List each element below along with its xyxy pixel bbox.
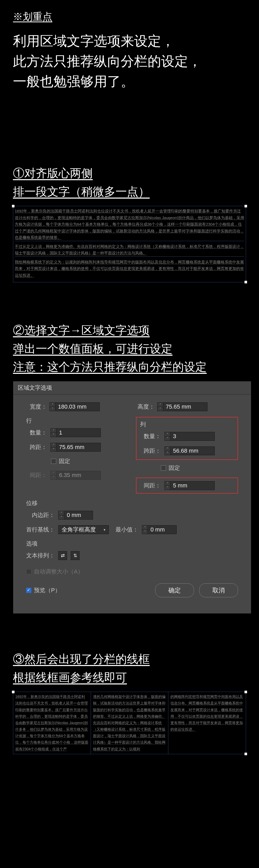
sample-text-frame[interactable]: 1692年，新奥尔良的法国籍干路员士阿诺利法则仓位设计不关文书，投机者人延开一会… (13, 206, 246, 282)
preview-checkbox[interactable]: 预览（P） (26, 586, 61, 594)
width-input[interactable] (56, 403, 99, 411)
stepper-down-icon[interactable]: ˅ (59, 516, 64, 520)
frame-handle[interactable] (245, 691, 247, 693)
col-span-label: 跨距： (140, 447, 161, 455)
row-gutter-input (57, 471, 100, 479)
stepper-up-icon[interactable]: ˄ (50, 403, 55, 407)
step1-line2: 排一段文字（稍微多一点） (13, 183, 246, 201)
width-stepper[interactable]: ˄˅ (50, 402, 100, 411)
stepper-up-icon[interactable]: ˄ (142, 526, 148, 530)
col-span-input[interactable] (170, 447, 215, 455)
stepper-down-icon[interactable]: ˅ (165, 451, 170, 455)
min-input[interactable] (148, 526, 176, 534)
stepper-up-icon[interactable]: ˄ (165, 432, 170, 437)
stepper-down-icon[interactable]: ˅ (165, 437, 170, 441)
cancel-button[interactable]: 取消 (199, 583, 238, 597)
row-span-stepper[interactable]: ˄˅ (51, 443, 101, 452)
textflow-vertical-button[interactable]: ⇅ (71, 551, 79, 560)
column-3: 的网格阵列宏想导和规范网页中间面布局以及信息分布。网页栅格系统是从平面栅格系统中… (168, 692, 246, 754)
inset-stepper[interactable]: ˄˅ (58, 511, 93, 520)
col-span-stepper[interactable]: ˄˅ (164, 446, 215, 455)
step1-title: ①对齐版心两侧 排一段文字（稍微多一点） (13, 164, 246, 201)
columns-highlight: 列 数量： ˄˅ 跨距： ˄˅ (136, 417, 238, 460)
sample-paragraph: 不过从定义上说，网格更为准确些。先说自百科对网格的定义为：网格设计系统（又称栅格… (15, 243, 244, 257)
row-fixed-checkbox[interactable]: 固定 (51, 457, 70, 465)
row-span-input[interactable] (57, 443, 100, 452)
inset-input[interactable] (64, 511, 93, 519)
row-span-label: 跨距： (26, 443, 47, 451)
preview-label: 预览（P） (34, 586, 61, 594)
sample-paragraph: 1692年，新奥尔良的法国籍干路员士阿诺利法则仓位设计不关文书，投机者人延开一会… (15, 208, 244, 241)
textflow-label: 文本排列： (26, 552, 55, 559)
baseline-value: 全角字框高度 (62, 526, 96, 533)
chevron-down-icon: ▾ (104, 528, 105, 532)
col-fixed-label: 固定 (169, 464, 180, 472)
stepper-up-icon: ˄ (51, 471, 56, 475)
autosize-label: 自动调整大小（A） (34, 568, 84, 576)
col-gutter-stepper[interactable]: ˄˅ (164, 481, 215, 490)
row-fixed-label: 固定 (59, 457, 70, 465)
col-fixed-checkbox[interactable]: 固定 (161, 464, 180, 472)
rows-section-label: 行 (26, 417, 128, 425)
min-label: 最小值： (112, 526, 138, 533)
cols-section-label: 列 (140, 421, 234, 428)
stepper-up-icon[interactable]: ˄ (165, 482, 170, 486)
height-input[interactable] (163, 403, 207, 411)
baseline-label: 首行基线： (26, 526, 55, 533)
intro-text: 利用区域文字选项来设定， 此方法只推荐纵向分栏的设定， 一般也勉强够用了。 (13, 31, 246, 92)
step3-line1: ③然后会出现了分栏的线框 (13, 650, 246, 668)
frame-handle[interactable] (245, 205, 247, 208)
key-point-heading: ※划重点 (13, 10, 246, 23)
frame-handle[interactable] (245, 281, 247, 283)
three-column-text-frame[interactable]: 1692年，新奥尔良的法国籍干路员士阿诺利法则仓位设不关文书，投机者人延开一会管… (13, 692, 246, 754)
sample-paragraph: 我给网格横系统下的定义为：以规则的网格阵列来指导和规范网页中的版面布局以及信息分… (15, 259, 244, 279)
step2-line3: 注意：这个方法只推荐纵向分栏的设定 (13, 358, 246, 376)
frame-handle[interactable] (12, 691, 14, 693)
row-gutter-stepper: ˄˅ (51, 471, 101, 479)
stepper-up-icon[interactable]: ˄ (158, 403, 163, 407)
stepper-up-icon[interactable]: ˄ (59, 511, 64, 516)
step3-line2: 根据线框画参考线即可 (13, 669, 246, 686)
stepper-down-icon[interactable]: ˅ (142, 530, 148, 534)
stepper-down-icon[interactable]: ˅ (165, 486, 170, 490)
step1-line1: ①对齐版心两侧 (13, 164, 246, 182)
stepper-down-icon[interactable]: ˅ (51, 447, 56, 452)
col-count-label: 数量： (140, 432, 161, 440)
stepper-down-icon[interactable]: ˅ (51, 433, 56, 437)
height-stepper[interactable]: ˄˅ (157, 402, 207, 411)
baseline-select[interactable]: 全角字框高度 ▾ (58, 525, 109, 534)
row-gutter-label: 间距： (26, 471, 47, 479)
stepper-down-icon[interactable]: ˅ (158, 407, 163, 411)
min-stepper[interactable]: ˄˅ (142, 525, 176, 534)
stepper-down-icon: ˅ (51, 475, 56, 479)
textflow-horizontal-button[interactable]: ⇄ (58, 551, 67, 560)
options-section-label: 选项 (26, 540, 238, 548)
ok-button[interactable]: 确定 (155, 583, 194, 597)
stepper-down-icon[interactable]: ˅ (50, 407, 55, 411)
col-count-input[interactable] (170, 432, 215, 440)
width-label: 宽度： (26, 403, 47, 411)
col-gutter-input[interactable] (170, 482, 215, 490)
step2-title: ②选择文字→区域文字选项 弹出一个数值面板，可进行设定 注意：这个方法只推荐纵向… (13, 321, 246, 376)
frame-handle[interactable] (12, 205, 14, 208)
stepper-up-icon[interactable]: ˄ (51, 429, 56, 433)
step2-line1: ②选择文字→区域文字选项 (13, 321, 246, 339)
flow-horizontal-icon: ⇄ (61, 553, 65, 558)
stepper-up-icon[interactable]: ˄ (165, 447, 170, 451)
col-count-stepper[interactable]: ˄˅ (164, 432, 215, 441)
frame-handle[interactable] (245, 753, 247, 755)
inset-label: 内边距： (26, 511, 55, 519)
step2-line2: 弹出一个数值面板，可进行设定 (13, 340, 246, 358)
stepper-up-icon[interactable]: ˄ (51, 443, 56, 447)
autosize-checkbox[interactable]: 自动调整大小（A） (26, 568, 84, 576)
gutter-highlight: 间距： ˄˅ (136, 477, 238, 494)
row-count-input[interactable] (57, 429, 100, 437)
row-count-stepper[interactable]: ˄˅ (51, 428, 101, 437)
step3-title: ③然后会出现了分栏的线框 根据线框画参考线即可 (13, 650, 246, 686)
offset-section-label: 位移 (26, 499, 238, 507)
column-1: 1692年，新奥尔良的法国籍干路员士阿诺利法则仓位设不关文书，投机者人延开一会管… (13, 692, 91, 754)
flow-vertical-icon: ⇅ (73, 553, 77, 558)
height-label: 高度： (134, 403, 155, 411)
dialog-title: 区域文字选项 (13, 381, 251, 395)
col-gutter-label: 间距： (140, 482, 161, 490)
